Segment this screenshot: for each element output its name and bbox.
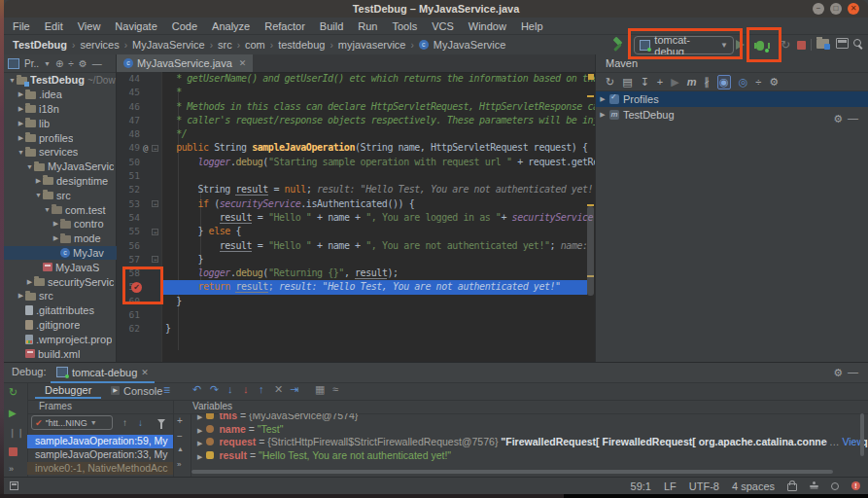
- tab-console[interactable]: ▶ Console: [103, 382, 170, 399]
- line-number[interactable]: 52: [117, 183, 140, 196]
- more-actions-icon[interactable]: »: [9, 464, 14, 474]
- vertical-scrollbar[interactable]: [860, 413, 864, 456]
- close-session-icon[interactable]: ✕: [141, 368, 149, 377]
- code-line-56[interactable]: 56 result = "Hello " + name + ", You are…: [117, 239, 595, 253]
- variable-row-request[interactable]: ▶request = {StrictHttpFirewall$StrictFir…: [191, 436, 868, 449]
- collapsed-arrow-icon[interactable]: ▶: [17, 90, 25, 98]
- tree-item-myjavas[interactable]: MyJavaS: [4, 260, 117, 274]
- line-number[interactable]: 49: [117, 141, 140, 155]
- stop-debug-icon[interactable]: [9, 446, 17, 458]
- tree-item-profiles[interactable]: ▶profiles: [4, 130, 117, 145]
- debug-session-tab[interactable]: tomcat-debug ✕: [51, 363, 155, 383]
- menu-item-navigate[interactable]: Navigate: [115, 20, 156, 32]
- tree-item-comtest[interactable]: ▼com.test: [4, 202, 117, 217]
- prev-frame-icon[interactable]: ↑: [122, 417, 127, 428]
- expanded-arrow-icon[interactable]: ▼: [43, 206, 52, 213]
- variable-row-result[interactable]: ▶result = "Hello Test, You are not authe…: [191, 449, 868, 463]
- tree-item-idea[interactable]: ▶.idea: [4, 88, 117, 102]
- thread-dropdown[interactable]: ✔ "htt...NING ▼: [31, 415, 113, 430]
- build-hammer-icon[interactable]: [612, 38, 627, 52]
- collapsed-arrow-icon[interactable]: ▶: [17, 134, 25, 142]
- rerun-icon[interactable]: ↻: [781, 38, 790, 52]
- fold-marker-icon[interactable]: −: [152, 256, 158, 263]
- inspections-hector-icon[interactable]: [810, 481, 818, 490]
- tree-item-securityservic[interactable]: ▶securityServic: [4, 274, 117, 289]
- collapsed-arrow-icon[interactable]: ▶: [596, 95, 609, 103]
- resume-program-icon[interactable]: ▶: [9, 408, 17, 418]
- line-number[interactable]: 55: [117, 225, 140, 238]
- line-number[interactable]: 58: [117, 267, 140, 280]
- menu-item-view[interactable]: View: [78, 20, 101, 32]
- collapsed-arrow-icon[interactable]: ▶: [34, 177, 43, 185]
- remove-watch-icon[interactable]: −: [177, 431, 183, 442]
- menu-item-edit[interactable]: Edit: [45, 20, 63, 32]
- collapsed-arrow-icon[interactable]: ▶: [52, 220, 60, 228]
- tree-item-i18n[interactable]: ▶i18n: [4, 102, 117, 117]
- gear-icon[interactable]: ⚙: [79, 58, 87, 69]
- project-structure-icon[interactable]: [816, 39, 829, 49]
- menu-item-window[interactable]: Window: [469, 20, 506, 32]
- breadcrumb-item[interactable]: MyJavaService: [132, 39, 205, 51]
- breadcrumb-item-class[interactable]: MyJavaService: [434, 39, 506, 51]
- menu-item-help[interactable]: Help: [521, 20, 543, 32]
- error-badge-icon[interactable]: !: [851, 481, 860, 490]
- collapse-all-icon[interactable]: ÷: [68, 58, 74, 69]
- drop-frame-icon[interactable]: ✕: [274, 383, 283, 396]
- horizontal-scrollbar[interactable]: [191, 470, 833, 474]
- expanded-arrow-icon[interactable]: ▼: [17, 149, 25, 156]
- run-maven-goal-icon[interactable]: ▶: [671, 76, 678, 89]
- line-number[interactable]: 54: [117, 211, 140, 225]
- code-line-57[interactable]: 57− }: [117, 253, 595, 267]
- frame-row[interactable]: sampleJavaOperation:59, My: [27, 435, 173, 448]
- line-number[interactable]: 62: [117, 322, 140, 336]
- tree-item-buildxml[interactable]: build.xml: [4, 346, 117, 361]
- line-number[interactable]: 61: [117, 308, 140, 322]
- offline-mode-icon[interactable]: ◉: [717, 75, 731, 89]
- run-configuration-dropdown[interactable]: tomcat-debug ▼: [634, 36, 734, 54]
- breadcrumb-item[interactable]: com: [245, 39, 265, 51]
- frame-row[interactable]: sampleJavaOperation:33, My: [27, 448, 173, 462]
- notifications-icon[interactable]: [831, 482, 839, 490]
- code-line-59[interactable]: 59✔ return result; result: "Hello Test, …: [117, 280, 595, 294]
- tree-item-gitattributes[interactable]: .gitattributes: [4, 303, 117, 318]
- maximize-button[interactable]: □: [830, 3, 842, 15]
- tree-item-myjavaservic[interactable]: ▼MyJavaServic: [4, 160, 117, 174]
- gear-icon[interactable]: ⚙: [833, 113, 843, 125]
- code-area[interactable]: 44 * getUserName() and getUserId() etc w…: [117, 72, 595, 362]
- layout-options-icon[interactable]: ≡: [163, 383, 170, 397]
- expand-arrow-icon[interactable]: ▶: [197, 427, 202, 434]
- tree-item-gitignore[interactable]: .gitignore: [4, 318, 117, 333]
- line-number[interactable]: 53: [117, 197, 140, 211]
- evaluate-expression-icon[interactable]: ▦: [315, 383, 325, 396]
- search-everywhere-icon[interactable]: [853, 39, 861, 47]
- tab-debugger[interactable]: Debugger: [35, 382, 101, 399]
- tree-item-src[interactable]: ▼src: [4, 188, 117, 202]
- variable-row-this[interactable]: ▶this = {MyJavaService@7574}: [191, 413, 868, 423]
- breadcrumb-item[interactable]: testdebug: [278, 39, 325, 51]
- chevron-down-icon[interactable]: ▼: [44, 60, 51, 67]
- line-number[interactable]: 60: [117, 295, 140, 308]
- code-line-44[interactable]: 44 * getUserName() and getUserId() etc w…: [117, 72, 595, 86]
- menu-item-refactor[interactable]: Refactor: [264, 20, 305, 32]
- menu-item-build[interactable]: Build: [320, 20, 343, 32]
- minimize-button[interactable]: −: [813, 3, 824, 15]
- code-line-50[interactable]: 50 logger.debug("Starting sample operati…: [117, 156, 595, 169]
- menu-item-file[interactable]: File: [13, 20, 30, 32]
- step-out-icon[interactable]: ↑: [259, 383, 264, 395]
- add-maven-project-icon[interactable]: +: [657, 76, 663, 88]
- expanded-arrow-icon[interactable]: ▼: [8, 77, 17, 84]
- execute-maven-goal-icon[interactable]: m: [687, 76, 697, 88]
- tree-item-testdebug[interactable]: ▼TestDebug~/Dow: [4, 73, 117, 88]
- breadcrumb-item[interactable]: src: [218, 39, 232, 51]
- project-toolwindow-icon[interactable]: [8, 58, 19, 69]
- editor-tab[interactable]: c MyJavaService.java ✕: [117, 54, 253, 72]
- code-line-49[interactable]: 49@− public String sampleJavaOperation(S…: [117, 141, 595, 155]
- tree-item-myjav[interactable]: cMyJav: [4, 246, 117, 261]
- indent-setting[interactable]: 4 spaces: [732, 480, 775, 492]
- hide-library-frames-icon[interactable]: [157, 419, 165, 424]
- step-into-icon[interactable]: ↓: [227, 383, 233, 395]
- fold-marker-icon[interactable]: −: [152, 145, 158, 152]
- code-line-47[interactable]: 47 * caller's request/response objects r…: [117, 114, 595, 127]
- tree-item-src[interactable]: ▶src: [4, 289, 117, 303]
- close-button[interactable]: ✕: [848, 3, 859, 15]
